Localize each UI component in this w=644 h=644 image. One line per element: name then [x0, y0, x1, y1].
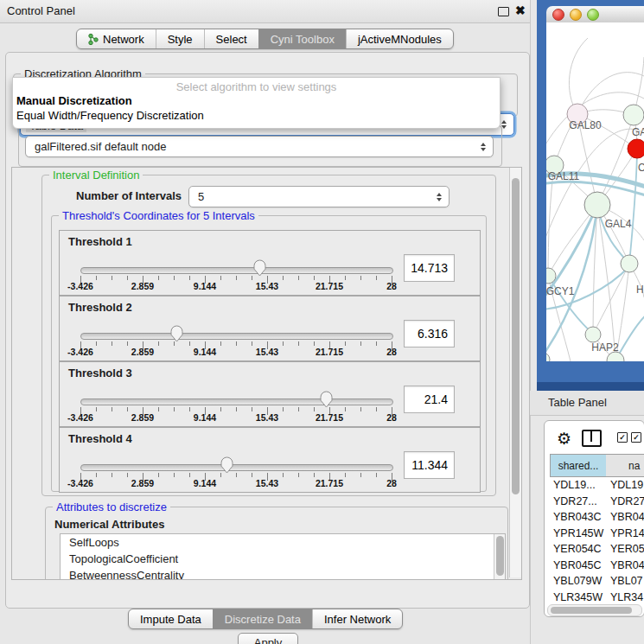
tick-label: 2.859	[112, 281, 174, 291]
threshold-panel-4: Threshold 4-3.4262.8599.14415.4321.71528	[59, 427, 481, 493]
split-pane-icon[interactable]	[582, 430, 602, 447]
network-node-h[interactable]	[621, 255, 638, 272]
slider-tick	[96, 473, 97, 477]
slider-track[interactable]	[80, 399, 393, 405]
tab-impute-data[interactable]: Impute Data	[129, 609, 213, 628]
column-checkbox-icons[interactable]: ✓ ✓	[617, 432, 641, 443]
slider-tick	[283, 473, 284, 477]
thresholds-group-title: Threshold's Coordinates for 5 Intervals	[59, 209, 258, 222]
cell-name: YBR04	[610, 559, 644, 571]
attribute-item-topologicalcoefficient[interactable]: TopologicalCoefficient	[61, 551, 505, 567]
table-panel-title: Table Panel	[548, 396, 607, 409]
number-of-intervals-combobox[interactable]: 5	[188, 186, 450, 207]
network-window-bottom-frame	[537, 382, 644, 391]
table-hscroll-thumb[interactable]	[551, 607, 632, 614]
threshold-value-field[interactable]	[404, 451, 455, 479]
slider-track[interactable]	[80, 464, 393, 471]
slider-tick	[189, 473, 190, 477]
tab-network[interactable]: Network	[77, 29, 156, 48]
table-row[interactable]: YBR043CYBR04	[550, 511, 644, 527]
slider-tick	[189, 407, 190, 411]
cell-name: YBL07	[610, 575, 643, 587]
cyni-toolbox-panel: Discretization Algorithm Table Data galF…	[5, 52, 530, 609]
tab-infer-network[interactable]: Infer Network	[312, 609, 402, 628]
slider-tick	[360, 473, 361, 477]
slider-track[interactable]	[80, 333, 393, 340]
threshold-label: Threshold 3	[68, 367, 132, 379]
tick-label: 2.859	[112, 347, 174, 357]
slider-tick	[345, 341, 346, 346]
float-window-icon[interactable]	[498, 7, 509, 16]
table-row[interactable]: YBL079WYBL07	[550, 575, 644, 591]
threshold-value-field[interactable]	[404, 254, 455, 282]
tab-jactivemnodules[interactable]: jActiveMNodules	[346, 29, 453, 48]
column-header-shared-name[interactable]: shared...	[550, 454, 607, 477]
threshold-panel-1: Threshold 1-3.4262.8599.14415.4321.71528	[59, 230, 481, 296]
slider-tick	[236, 407, 237, 411]
tab-select[interactable]: Select	[204, 29, 258, 48]
window-close-button[interactable]	[552, 9, 564, 21]
tick-label: 15.43	[236, 412, 298, 423]
table-horizontal-scrollbar[interactable]	[547, 604, 642, 616]
close-icon[interactable]: ✖	[515, 3, 526, 17]
table-panel: ⚙ ✓ ✓ shared... na YDL19...YDL19YDR27...…	[544, 420, 644, 617]
network-icon	[88, 33, 99, 46]
slider-tick	[376, 473, 377, 477]
slider-thumb[interactable]	[169, 323, 184, 343]
apply-button[interactable]: Apply	[238, 633, 298, 644]
table-row[interactable]: YDR27...YDR27	[550, 495, 644, 512]
popup-item-manual-discretization[interactable]: Manual Discretization	[16, 94, 132, 107]
checkbox-icon[interactable]: ✓	[617, 432, 628, 443]
network-node-gal4[interactable]	[584, 192, 610, 218]
network-node-gal[interactable]	[623, 105, 644, 125]
slider-thumb[interactable]	[252, 258, 267, 277]
table-data-combo-value: galFiltered.sif default node	[35, 140, 166, 153]
tab-style[interactable]: Style	[156, 29, 204, 48]
slider-tick	[236, 276, 237, 280]
attribute-item-betweennesscentrality[interactable]: BetweennessCentrality	[61, 567, 505, 580]
network-node[interactable]	[546, 353, 550, 361]
slider-tick	[236, 341, 237, 346]
slider-thumb[interactable]	[319, 389, 334, 409]
attributes-list-scrollbar[interactable]	[494, 534, 505, 580]
tab-cyni-toolbox[interactable]: Cyni Toolbox	[258, 29, 346, 48]
tick-label: 28	[360, 281, 423, 291]
network-edge-highlighted[interactable]	[629, 152, 637, 264]
window-minimize-button[interactable]	[570, 9, 582, 21]
slider-tick	[360, 276, 361, 280]
slider-tick	[158, 276, 159, 280]
threshold-value-field[interactable]	[404, 386, 455, 413]
column-header-name[interactable]: na	[606, 454, 644, 477]
window-zoom-button[interactable]	[587, 9, 599, 21]
network-canvas[interactable]: GAL80GALCGAL11GAL4GCY1HHAP2	[546, 22, 644, 361]
tab-label: jActiveMNodules	[358, 33, 442, 46]
form-scroll-area: Interval Definition Number of Intervals …	[11, 167, 522, 580]
slider-tick	[252, 341, 252, 346]
form-scrollbar-thumb[interactable]	[512, 178, 520, 494]
attribute-item-selfloops[interactable]: SelfLoops	[61, 534, 505, 551]
gear-icon[interactable]: ⚙	[557, 429, 571, 449]
checkbox-icon[interactable]: ✓	[631, 432, 641, 443]
tab-discretize-data[interactable]: Discretize Data	[213, 609, 312, 628]
threshold-value-field[interactable]	[404, 320, 455, 348]
network-edge[interactable]	[593, 264, 629, 335]
table-row[interactable]: YPR145WYPR14	[550, 527, 644, 544]
table-row[interactable]: YDL19...YDL19	[550, 479, 644, 495]
table-row[interactable]: YER054CYER05	[550, 543, 644, 559]
slider-thumb[interactable]	[220, 455, 234, 475]
network-node-c[interactable]	[628, 139, 644, 158]
cell-shared-name: YLR345W	[553, 591, 603, 603]
network-node-hap2[interactable]	[585, 327, 601, 342]
table-data-combobox[interactable]: galFiltered.sif default node	[25, 136, 494, 157]
panel-title: Control Panel	[7, 4, 75, 17]
form-scrollbar[interactable]	[509, 168, 521, 577]
combo-stepper-icon	[437, 193, 442, 201]
table-row[interactable]: YBR045CYBR04	[550, 559, 644, 576]
table-row[interactable]: YLR345WYLR34	[550, 591, 644, 603]
popup-item-equal-width-frequency[interactable]: Equal Width/Frequency Discretization	[16, 109, 204, 122]
popup-placeholder-item[interactable]: Select algorithm to view settings	[13, 80, 500, 93]
slider-tick	[314, 473, 315, 477]
slider-track[interactable]	[80, 267, 393, 274]
number-of-intervals-value: 5	[198, 190, 204, 203]
cell-shared-name: YER054C	[553, 543, 602, 555]
